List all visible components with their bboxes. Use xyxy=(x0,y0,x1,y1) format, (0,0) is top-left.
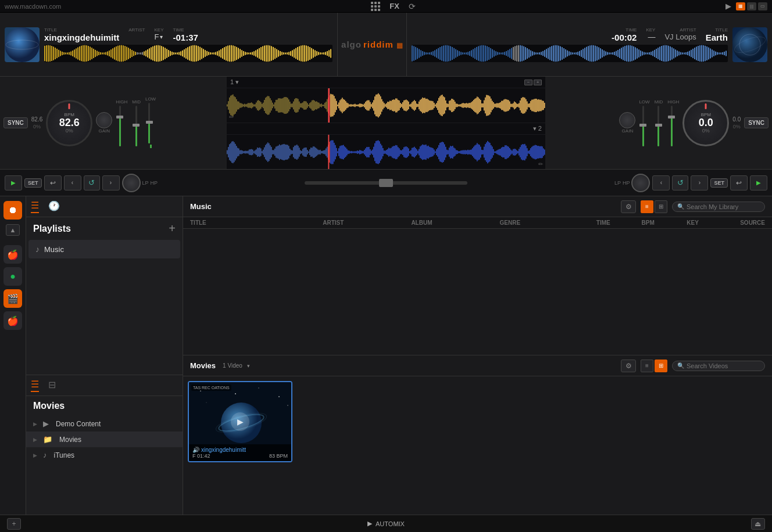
deck-right-waveform xyxy=(412,45,728,62)
sync-icon[interactable]: ⟳ xyxy=(409,2,416,11)
video-source-demo[interactable]: ▶ ▶ Demo Content xyxy=(26,416,183,432)
tab-videos-list[interactable]: ☰ xyxy=(31,379,39,392)
playlist-music[interactable]: ♪ Music xyxy=(28,240,180,258)
prev-right-button[interactable]: ‹ xyxy=(652,175,670,190)
deck-right-time: -00:02 xyxy=(612,33,637,42)
sidebar-icon-video[interactable]: 🎬 xyxy=(3,289,22,308)
tab-list[interactable]: ☰ xyxy=(31,200,39,213)
music-search-input[interactable] xyxy=(687,203,760,210)
add-playlist-button[interactable]: + xyxy=(169,222,176,235)
deck-right-bpm-pct: 0% xyxy=(702,128,710,134)
col-genre-header: Genre xyxy=(500,220,566,226)
deck-left-key-label: KEY xyxy=(154,27,163,33)
sync-left-button[interactable]: SYNC xyxy=(3,117,28,128)
sidebar-icon-finder[interactable]: 🍎 xyxy=(3,311,22,330)
video-source-itunes[interactable]: ▶ ♪ iTunes xyxy=(26,447,183,463)
video-dropdown-arrow[interactable]: ▾ xyxy=(247,363,250,369)
eject-btn[interactable]: ⏏ xyxy=(751,518,765,530)
fx-button[interactable]: FX xyxy=(389,2,399,10)
deck-right-bpm-knob[interactable]: BPM 0.0 0% xyxy=(682,100,729,146)
low-fader-right[interactable] xyxy=(639,106,647,146)
deck-left-key: F▾ xyxy=(154,33,163,41)
videos-search-input[interactable] xyxy=(687,362,760,369)
transport-right: LP HP ‹ ↺ › SET ↩ ▶ xyxy=(552,174,767,192)
deck-left-bpm-knob[interactable]: BPM 82.6 0% xyxy=(46,100,92,146)
crossfader[interactable] xyxy=(305,181,467,185)
undo-left-button[interactable]: ↩ xyxy=(44,175,62,190)
videos-tabs: ☰ ⊟ xyxy=(26,375,183,396)
deck-area: TITLE xingxingdehuimitt ARTIST KEY F▾ TI… xyxy=(0,13,772,77)
videos-view-list[interactable]: ≡ xyxy=(641,360,653,372)
grid-icon[interactable] xyxy=(371,2,380,11)
sync-right-button[interactable]: SYNC xyxy=(744,117,769,128)
gain-knob-left[interactable] xyxy=(96,112,112,128)
cue-knob-right[interactable] xyxy=(631,174,650,192)
videos-library: Movies 1 Video ▾ ⚙ ≡ ⊞ 🔍 xyxy=(183,355,772,515)
prev-left-button[interactable]: ‹ xyxy=(64,175,81,190)
deck-left-bpm-value: 82.6 xyxy=(59,117,80,128)
deck-right-controls: SYNC 0.0 0% BPM 0.0 0% LOW MID xyxy=(545,77,772,169)
high-fader-left[interactable] xyxy=(116,106,124,146)
view-btn-1[interactable]: ▦ xyxy=(736,2,745,10)
svg-point-9 xyxy=(258,387,259,389)
view-btn-2[interactable]: ||| xyxy=(747,2,756,10)
mid-fader-right[interactable] xyxy=(655,106,663,146)
sidebar-icon-apple[interactable]: 🍎 xyxy=(3,245,22,264)
center-waveform-2-canvas xyxy=(227,135,545,169)
video-play-overlay[interactable]: ▶ xyxy=(231,412,249,431)
svg-point-0 xyxy=(5,27,40,62)
deck-left-info: TITLE xingxingdehuimitt ARTIST KEY F▾ TI… xyxy=(0,13,337,76)
videos-filter-btn[interactable]: ⚙ xyxy=(621,360,636,372)
watermark: www.macdown.com xyxy=(5,3,61,10)
music-view-grid[interactable]: ⊞ xyxy=(655,200,667,213)
video-source-movies[interactable]: ▶ 📁 Movies xyxy=(26,432,183,447)
videos-view-grid[interactable]: ⊞ xyxy=(655,360,667,372)
algo-logo: algo riddim ▦ xyxy=(341,39,403,49)
zoom-out-btn[interactable]: − xyxy=(524,80,532,85)
track-select-1[interactable]: 1 ▾ xyxy=(230,78,239,86)
deck-left-waveform xyxy=(44,45,333,62)
set-left-button[interactable]: SET xyxy=(24,178,42,188)
view-btn-3[interactable]: ▭ xyxy=(758,2,767,10)
zoom-controls: − + xyxy=(524,80,542,85)
tab-clock[interactable]: 🕐 xyxy=(48,200,60,213)
music-search-icon: 🔍 xyxy=(677,203,684,210)
low-fader-left[interactable] xyxy=(145,103,153,143)
channel-fader-area xyxy=(305,181,467,185)
mid-fader-left[interactable] xyxy=(132,106,140,146)
record-icon[interactable]: ▶ xyxy=(725,2,731,10)
track-select-2[interactable]: ▾ 2 xyxy=(533,125,542,132)
pen-icon-2: ✏ xyxy=(538,161,543,167)
svg-point-10 xyxy=(278,396,280,397)
zoom-in-btn[interactable]: + xyxy=(534,80,542,85)
music-filter-btn[interactable]: ⚙ xyxy=(621,200,636,213)
next-right-button[interactable]: › xyxy=(691,175,708,190)
video-thumb-meta: F 01:42 83 BPM xyxy=(192,453,288,459)
play-left-button[interactable]: ▶ xyxy=(5,175,22,190)
transport-left: ▶ SET ↩ ‹ ↺ › LP HP xyxy=(5,174,220,192)
music-view-list[interactable]: ≡ xyxy=(641,200,653,213)
gain-knob-right[interactable] xyxy=(619,112,635,128)
next-left-button[interactable]: › xyxy=(102,175,120,190)
view-toggle-group: ▦ ||| ▭ xyxy=(736,2,767,10)
tab-videos-grid[interactable]: ⊟ xyxy=(48,379,56,391)
videos-grid: TAS REC OATIONS ▶ 🔊 xingxingdehuimitt F … xyxy=(183,376,772,515)
expand-demo-arrow: ▶ xyxy=(33,421,37,427)
cue-knob-left[interactable] xyxy=(122,174,141,192)
algo-logo-area: algo riddim ▦ xyxy=(337,13,407,76)
set-right-button[interactable]: SET xyxy=(710,178,728,188)
add-to-deck-btn[interactable]: + xyxy=(7,518,21,530)
center-waveform-1-canvas xyxy=(227,88,545,123)
loop-left-button[interactable]: ↺ xyxy=(84,175,100,190)
play-right-button[interactable]: ▶ xyxy=(750,175,767,190)
loop-right-button[interactable]: ↺ xyxy=(672,175,688,190)
sidebar-icon-spotify[interactable]: ● xyxy=(3,267,22,286)
collapse-btn[interactable]: ▲ xyxy=(6,224,20,236)
high-fader-right[interactable] xyxy=(667,106,676,146)
deck-right-info: TIME -00:02 KEY — ARTIST VJ Loops TITLE … xyxy=(407,13,772,76)
music-view-toggle: ≡ ⊞ xyxy=(641,200,667,213)
undo-right-button[interactable]: ↩ xyxy=(730,175,748,190)
video-thumb-item[interactable]: TAS REC OATIONS ▶ 🔊 xingxingdehuimitt F … xyxy=(188,381,292,462)
sidebar-icon-record[interactable]: ⏺ xyxy=(3,201,22,220)
automix-button[interactable]: ▶ AUTOMIX xyxy=(367,520,405,527)
